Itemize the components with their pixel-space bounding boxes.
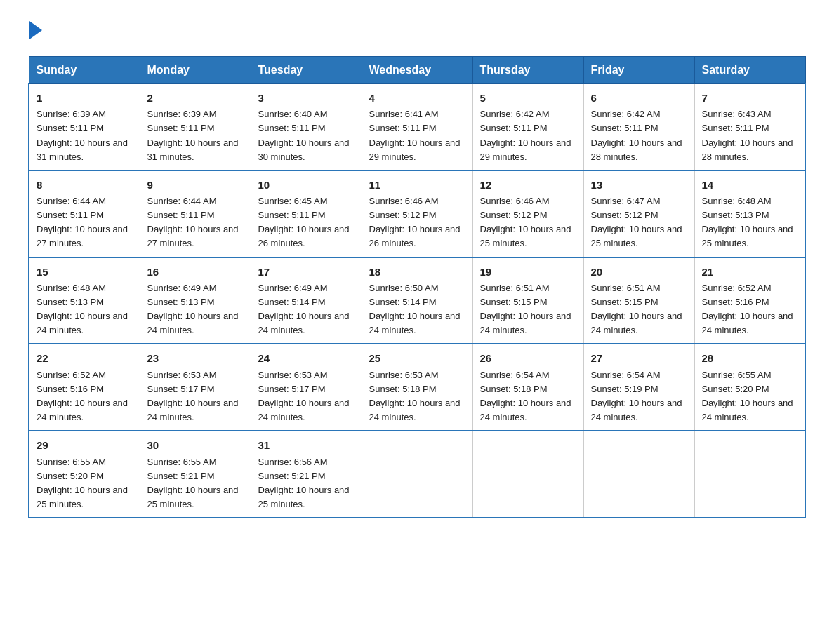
- header-tuesday: Tuesday: [251, 57, 362, 84]
- day-info: Sunrise: 6:39 AMSunset: 5:11 PMDaylight:…: [147, 107, 244, 164]
- calendar-cell: 23 Sunrise: 6:53 AMSunset: 5:17 PMDaylig…: [140, 344, 251, 431]
- calendar-cell: 10 Sunrise: 6:45 AMSunset: 5:11 PMDaylig…: [251, 170, 362, 257]
- day-number: 8: [37, 177, 133, 193]
- day-info: Sunrise: 6:43 AMSunset: 5:11 PMDaylight:…: [702, 107, 798, 164]
- day-info: Sunrise: 6:45 AMSunset: 5:11 PMDaylight:…: [258, 194, 355, 251]
- day-info: Sunrise: 6:53 AMSunset: 5:17 PMDaylight:…: [258, 368, 355, 425]
- calendar-cell: 2 Sunrise: 6:39 AMSunset: 5:11 PMDayligh…: [140, 84, 251, 170]
- day-info: Sunrise: 6:42 AMSunset: 5:11 PMDaylight:…: [480, 107, 576, 164]
- day-number: 4: [369, 90, 465, 106]
- calendar-week-row: 15 Sunrise: 6:48 AMSunset: 5:13 PMDaylig…: [29, 257, 805, 344]
- calendar-cell: 30 Sunrise: 6:55 AMSunset: 5:21 PMDaylig…: [140, 431, 251, 518]
- day-number: 16: [147, 264, 244, 280]
- day-number: 31: [258, 437, 355, 453]
- day-number: 23: [147, 350, 244, 366]
- day-number: 2: [147, 90, 244, 106]
- day-info: Sunrise: 6:48 AMSunset: 5:13 PMDaylight:…: [702, 194, 798, 251]
- day-info: Sunrise: 6:51 AMSunset: 5:15 PMDaylight:…: [591, 281, 687, 338]
- day-number: 7: [702, 90, 798, 106]
- header-wednesday: Wednesday: [362, 57, 472, 84]
- calendar-cell: 27 Sunrise: 6:54 AMSunset: 5:19 PMDaylig…: [583, 344, 694, 431]
- calendar-cell: 6 Sunrise: 6:42 AMSunset: 5:11 PMDayligh…: [583, 84, 694, 170]
- day-info: Sunrise: 6:47 AMSunset: 5:12 PMDaylight:…: [591, 194, 687, 251]
- calendar-cell: 19 Sunrise: 6:51 AMSunset: 5:15 PMDaylig…: [472, 257, 583, 344]
- day-info: Sunrise: 6:40 AMSunset: 5:11 PMDaylight:…: [258, 107, 355, 164]
- day-number: 25: [369, 350, 465, 366]
- day-number: 18: [369, 264, 465, 280]
- day-info: Sunrise: 6:53 AMSunset: 5:17 PMDaylight:…: [147, 368, 244, 425]
- logo-arrow-icon: [29, 21, 42, 39]
- calendar-cell: 20 Sunrise: 6:51 AMSunset: 5:15 PMDaylig…: [583, 257, 694, 344]
- day-info: Sunrise: 6:48 AMSunset: 5:13 PMDaylight:…: [37, 281, 133, 338]
- day-number: 28: [702, 350, 798, 366]
- day-info: Sunrise: 6:55 AMSunset: 5:20 PMDaylight:…: [702, 368, 798, 425]
- calendar-week-row: 22 Sunrise: 6:52 AMSunset: 5:16 PMDaylig…: [29, 344, 805, 431]
- day-number: 30: [147, 437, 244, 453]
- calendar-header-row: SundayMondayTuesdayWednesdayThursdayFrid…: [29, 57, 805, 84]
- calendar-cell: [472, 431, 583, 518]
- calendar-cell: 13 Sunrise: 6:47 AMSunset: 5:12 PMDaylig…: [583, 170, 694, 257]
- day-info: Sunrise: 6:46 AMSunset: 5:12 PMDaylight:…: [480, 194, 576, 251]
- calendar-cell: 9 Sunrise: 6:44 AMSunset: 5:11 PMDayligh…: [140, 170, 251, 257]
- day-info: Sunrise: 6:49 AMSunset: 5:14 PMDaylight:…: [258, 281, 355, 338]
- day-info: Sunrise: 6:49 AMSunset: 5:13 PMDaylight:…: [147, 281, 244, 338]
- calendar-cell: 25 Sunrise: 6:53 AMSunset: 5:18 PMDaylig…: [362, 344, 472, 431]
- calendar-cell: 15 Sunrise: 6:48 AMSunset: 5:13 PMDaylig…: [29, 257, 140, 344]
- day-number: 11: [369, 177, 465, 193]
- header-monday: Monday: [140, 57, 251, 84]
- calendar-cell: 28 Sunrise: 6:55 AMSunset: 5:20 PMDaylig…: [694, 344, 805, 431]
- calendar-cell: 8 Sunrise: 6:44 AMSunset: 5:11 PMDayligh…: [29, 170, 140, 257]
- header-thursday: Thursday: [472, 57, 583, 84]
- day-number: 5: [480, 90, 576, 106]
- day-number: 27: [591, 350, 687, 366]
- day-number: 10: [258, 177, 355, 193]
- day-info: Sunrise: 6:42 AMSunset: 5:11 PMDaylight:…: [591, 107, 687, 164]
- day-info: Sunrise: 6:55 AMSunset: 5:21 PMDaylight:…: [147, 455, 244, 512]
- calendar-cell: [362, 431, 472, 518]
- day-info: Sunrise: 6:51 AMSunset: 5:15 PMDaylight:…: [480, 281, 576, 338]
- day-number: 14: [702, 177, 798, 193]
- header: [28, 21, 806, 39]
- day-number: 12: [480, 177, 576, 193]
- day-number: 24: [258, 350, 355, 366]
- day-info: Sunrise: 6:39 AMSunset: 5:11 PMDaylight:…: [37, 107, 133, 164]
- day-info: Sunrise: 6:44 AMSunset: 5:11 PMDaylight:…: [37, 194, 133, 251]
- day-number: 19: [480, 264, 576, 280]
- day-info: Sunrise: 6:53 AMSunset: 5:18 PMDaylight:…: [369, 368, 465, 425]
- day-info: Sunrise: 6:55 AMSunset: 5:20 PMDaylight:…: [37, 455, 133, 512]
- day-number: 6: [591, 90, 687, 106]
- calendar-cell: 29 Sunrise: 6:55 AMSunset: 5:20 PMDaylig…: [29, 431, 140, 518]
- calendar-cell: [694, 431, 805, 518]
- day-info: Sunrise: 6:54 AMSunset: 5:18 PMDaylight:…: [480, 368, 576, 425]
- calendar-cell: 16 Sunrise: 6:49 AMSunset: 5:13 PMDaylig…: [140, 257, 251, 344]
- day-number: 3: [258, 90, 355, 106]
- day-info: Sunrise: 6:54 AMSunset: 5:19 PMDaylight:…: [591, 368, 687, 425]
- day-info: Sunrise: 6:52 AMSunset: 5:16 PMDaylight:…: [702, 281, 798, 338]
- calendar-cell: 18 Sunrise: 6:50 AMSunset: 5:14 PMDaylig…: [362, 257, 472, 344]
- day-info: Sunrise: 6:44 AMSunset: 5:11 PMDaylight:…: [147, 194, 244, 251]
- day-info: Sunrise: 6:41 AMSunset: 5:11 PMDaylight:…: [369, 107, 465, 164]
- calendar-cell: 31 Sunrise: 6:56 AMSunset: 5:21 PMDaylig…: [251, 431, 362, 518]
- calendar-cell: 4 Sunrise: 6:41 AMSunset: 5:11 PMDayligh…: [362, 84, 472, 170]
- day-number: 9: [147, 177, 244, 193]
- day-number: 29: [37, 437, 133, 453]
- day-number: 13: [591, 177, 687, 193]
- day-number: 17: [258, 264, 355, 280]
- calendar-cell: 3 Sunrise: 6:40 AMSunset: 5:11 PMDayligh…: [251, 84, 362, 170]
- calendar-week-row: 29 Sunrise: 6:55 AMSunset: 5:20 PMDaylig…: [29, 431, 805, 518]
- day-info: Sunrise: 6:52 AMSunset: 5:16 PMDaylight:…: [37, 368, 133, 425]
- header-saturday: Saturday: [694, 57, 805, 84]
- day-number: 21: [702, 264, 798, 280]
- header-sunday: Sunday: [29, 57, 140, 84]
- calendar-cell: 26 Sunrise: 6:54 AMSunset: 5:18 PMDaylig…: [472, 344, 583, 431]
- day-number: 1: [37, 90, 133, 106]
- day-number: 20: [591, 264, 687, 280]
- day-info: Sunrise: 6:56 AMSunset: 5:21 PMDaylight:…: [258, 455, 355, 512]
- calendar-cell: 21 Sunrise: 6:52 AMSunset: 5:16 PMDaylig…: [694, 257, 805, 344]
- calendar-week-row: 1 Sunrise: 6:39 AMSunset: 5:11 PMDayligh…: [29, 84, 805, 170]
- calendar-cell: 22 Sunrise: 6:52 AMSunset: 5:16 PMDaylig…: [29, 344, 140, 431]
- day-info: Sunrise: 6:50 AMSunset: 5:14 PMDaylight:…: [369, 281, 465, 338]
- calendar-cell: 17 Sunrise: 6:49 AMSunset: 5:14 PMDaylig…: [251, 257, 362, 344]
- calendar-cell: 24 Sunrise: 6:53 AMSunset: 5:17 PMDaylig…: [251, 344, 362, 431]
- day-number: 15: [37, 264, 133, 280]
